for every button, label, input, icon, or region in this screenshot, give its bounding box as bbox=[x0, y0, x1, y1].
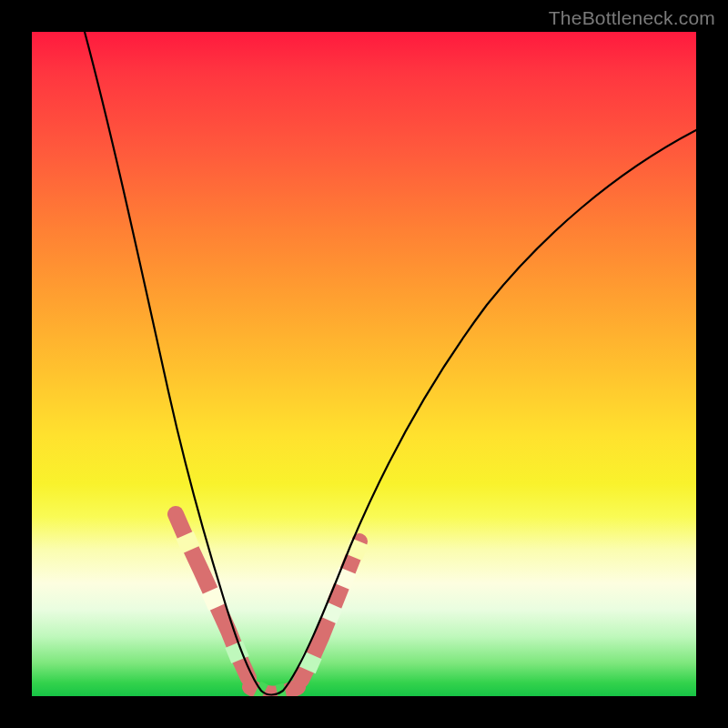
gap bbox=[307, 655, 313, 670]
curve-layer bbox=[32, 32, 696, 696]
gap bbox=[341, 571, 348, 586]
gap bbox=[353, 541, 359, 557]
watermark-text: TheBottleneck.com bbox=[549, 7, 715, 29]
gap bbox=[185, 535, 191, 550]
gap bbox=[328, 605, 334, 620]
gap bbox=[210, 591, 217, 607]
plot-area bbox=[32, 32, 696, 696]
bottleneck-curve bbox=[85, 32, 696, 695]
chart-frame: TheBottleneck.com bbox=[0, 0, 728, 728]
